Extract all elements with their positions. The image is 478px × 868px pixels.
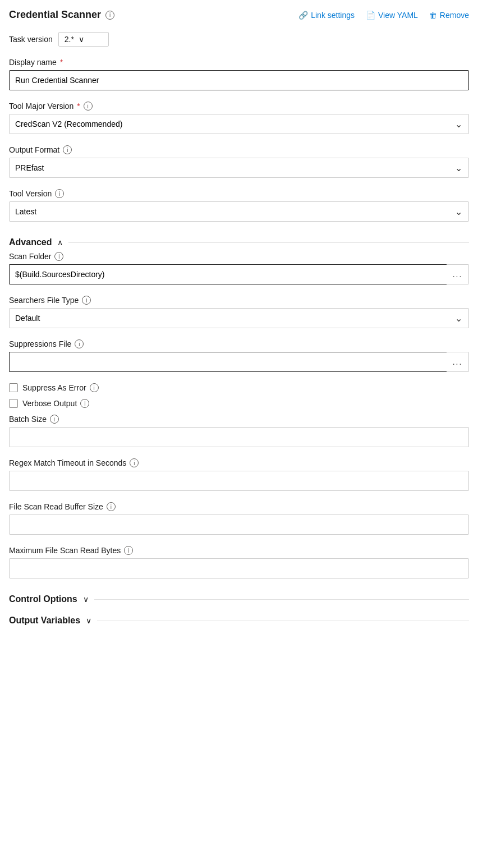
display-name-label: Display name * bbox=[9, 58, 469, 67]
tool-major-version-select[interactable]: CredScan V2 (Recommended)CredScan V1 bbox=[9, 114, 469, 134]
suppressions-file-input-group: ... bbox=[9, 352, 469, 372]
batch-size-label: Batch Size i bbox=[9, 415, 469, 424]
tool-major-version-required: * bbox=[77, 102, 80, 111]
output-format-section: Output Format i PREfastCSVTSV bbox=[9, 145, 469, 178]
trash-icon: 🗑 bbox=[429, 11, 437, 20]
suppressions-file-browse-button[interactable]: ... bbox=[447, 352, 469, 372]
scan-folder-input[interactable] bbox=[9, 264, 447, 284]
display-name-required: * bbox=[60, 58, 63, 67]
verbose-output-checkbox[interactable] bbox=[9, 399, 18, 408]
ellipsis-icon: ... bbox=[453, 270, 463, 279]
max-file-scan-section: Maximum File Scan Read Bytes i bbox=[9, 546, 469, 578]
verbose-output-label[interactable]: Verbose Output i bbox=[22, 399, 89, 408]
yaml-icon: 📄 bbox=[366, 11, 375, 20]
output-format-select[interactable]: PREfastCSVTSV bbox=[9, 158, 469, 178]
regex-timeout-info-icon[interactable]: i bbox=[130, 458, 139, 467]
output-variables-divider bbox=[97, 621, 469, 621]
control-options-title: Control Options bbox=[9, 594, 77, 604]
link-icon: 🔗 bbox=[298, 11, 308, 20]
view-yaml-button[interactable]: 📄 View YAML bbox=[366, 11, 418, 20]
advanced-section-header[interactable]: Advanced ∧ bbox=[9, 233, 469, 252]
batch-size-info-icon[interactable]: i bbox=[50, 415, 59, 424]
control-options-chevron-icon: ∨ bbox=[83, 595, 89, 604]
output-format-wrapper: PREfastCSVTSV bbox=[9, 158, 469, 178]
tool-major-version-info-icon[interactable]: i bbox=[84, 102, 93, 111]
batch-size-input[interactable] bbox=[9, 427, 469, 447]
task-version-row: Task version 2.* ∨ bbox=[9, 32, 469, 47]
output-format-label: Output Format i bbox=[9, 145, 469, 154]
suppress-as-error-row: Suppress As Error i bbox=[9, 383, 469, 392]
page-title: Credential Scanner bbox=[9, 9, 101, 21]
suppressions-file-label: Suppressions File i bbox=[9, 339, 469, 348]
max-file-scan-label: Maximum File Scan Read Bytes i bbox=[9, 546, 469, 555]
control-options-divider bbox=[94, 599, 469, 600]
regex-timeout-label: Regex Match Timeout in Seconds i bbox=[9, 458, 469, 467]
scan-folder-input-group: ... bbox=[9, 264, 469, 284]
scan-folder-browse-button[interactable]: ... bbox=[447, 264, 469, 284]
remove-button[interactable]: 🗑 Remove bbox=[429, 11, 469, 20]
suppressions-file-input[interactable] bbox=[9, 352, 447, 372]
regex-timeout-section: Regex Match Timeout in Seconds i bbox=[9, 458, 469, 491]
suppressions-file-section: Suppressions File i ... bbox=[9, 339, 469, 372]
task-version-value: 2.* bbox=[65, 35, 74, 44]
control-options-header[interactable]: Control Options ∨ bbox=[9, 590, 469, 609]
advanced-title: Advanced bbox=[9, 237, 52, 247]
header-actions: 🔗 Link settings 📄 View YAML 🗑 Remove bbox=[298, 11, 469, 20]
searchers-file-type-label: Searchers File Type i bbox=[9, 296, 469, 305]
tool-version-info-icon[interactable]: i bbox=[55, 189, 64, 198]
suppressions-file-info-icon[interactable]: i bbox=[75, 339, 84, 348]
link-settings-button[interactable]: 🔗 Link settings bbox=[298, 11, 355, 20]
batch-size-section: Batch Size i bbox=[9, 415, 469, 447]
suppress-as-error-info-icon[interactable]: i bbox=[90, 383, 99, 392]
display-name-input[interactable] bbox=[9, 70, 469, 90]
searchers-file-type-section: Searchers File Type i DefaultCustom bbox=[9, 296, 469, 328]
suppressions-ellipsis-icon: ... bbox=[453, 357, 463, 366]
display-name-section: Display name * bbox=[9, 58, 469, 90]
searchers-file-type-select[interactable]: DefaultCustom bbox=[9, 308, 469, 328]
max-file-scan-info-icon[interactable]: i bbox=[124, 546, 133, 555]
suppress-as-error-checkbox[interactable] bbox=[9, 383, 18, 392]
task-version-chevron-icon: ∨ bbox=[79, 35, 84, 44]
file-scan-buffer-label: File Scan Read Buffer Size i bbox=[9, 502, 469, 511]
header-left: Credential Scanner i bbox=[9, 9, 114, 21]
task-version-select[interactable]: 2.* ∨ bbox=[58, 32, 109, 47]
title-info-icon[interactable]: i bbox=[105, 11, 114, 20]
verbose-output-row: Verbose Output i bbox=[9, 399, 469, 408]
searchers-file-type-info-icon[interactable]: i bbox=[82, 296, 91, 305]
max-file-scan-input[interactable] bbox=[9, 558, 469, 578]
file-scan-buffer-info-icon[interactable]: i bbox=[107, 502, 116, 511]
output-variables-header[interactable]: Output Variables ∨ bbox=[9, 611, 469, 630]
advanced-divider bbox=[68, 242, 469, 243]
output-variables-chevron-icon: ∨ bbox=[86, 616, 91, 625]
task-version-label: Task version bbox=[9, 35, 53, 44]
tool-version-select[interactable]: Latest1.0 bbox=[9, 201, 469, 222]
output-variables-title: Output Variables bbox=[9, 616, 80, 626]
tool-version-section: Tool Version i Latest1.0 bbox=[9, 189, 469, 222]
suppress-as-error-label[interactable]: Suppress As Error i bbox=[22, 383, 99, 392]
tool-major-version-label: Tool Major Version * i bbox=[9, 102, 469, 111]
output-format-info-icon[interactable]: i bbox=[63, 145, 72, 154]
searchers-file-type-wrapper: DefaultCustom bbox=[9, 308, 469, 328]
scan-folder-label: Scan Folder i bbox=[9, 252, 469, 261]
scan-folder-section: Scan Folder i ... bbox=[9, 252, 469, 284]
tool-version-label: Tool Version i bbox=[9, 189, 469, 198]
tool-version-wrapper: Latest1.0 bbox=[9, 201, 469, 222]
tool-major-version-wrapper: CredScan V2 (Recommended)CredScan V1 bbox=[9, 114, 469, 134]
scan-folder-info-icon[interactable]: i bbox=[54, 252, 63, 261]
page-header: Credential Scanner i 🔗 Link settings 📄 V… bbox=[9, 9, 469, 21]
verbose-output-info-icon[interactable]: i bbox=[80, 399, 89, 408]
file-scan-buffer-section: File Scan Read Buffer Size i bbox=[9, 502, 469, 535]
file-scan-buffer-input[interactable] bbox=[9, 515, 469, 535]
regex-timeout-input[interactable] bbox=[9, 471, 469, 491]
tool-major-version-section: Tool Major Version * i CredScan V2 (Reco… bbox=[9, 102, 469, 134]
advanced-chevron-icon: ∧ bbox=[57, 238, 63, 247]
